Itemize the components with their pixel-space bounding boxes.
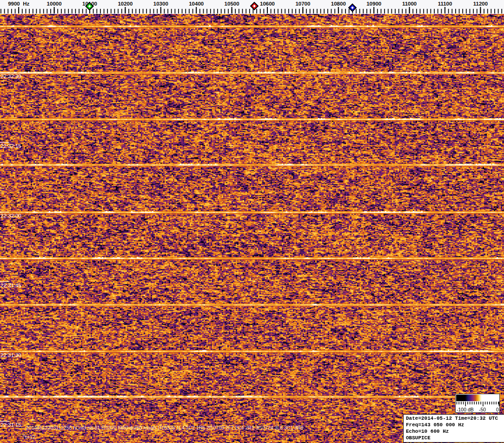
svg-text:10200: 10200 xyxy=(118,1,133,7)
svg-text:11100: 11100 xyxy=(438,1,452,7)
svg-text:9900 Hz: 9900 Hz xyxy=(8,1,29,7)
svg-text:11000: 11000 xyxy=(402,1,417,7)
svg-text:10000: 10000 xyxy=(47,1,62,7)
svg-text:10900: 10900 xyxy=(366,1,381,7)
svg-text:10500: 10500 xyxy=(225,1,239,7)
svg-text:10700: 10700 xyxy=(295,1,310,7)
svg-text:10300: 10300 xyxy=(153,1,168,7)
svg-text:10400: 10400 xyxy=(189,1,204,7)
svg-text:10600: 10600 xyxy=(260,1,275,7)
svg-text:11200: 11200 xyxy=(473,1,488,7)
svg-text:10800: 10800 xyxy=(331,1,346,7)
